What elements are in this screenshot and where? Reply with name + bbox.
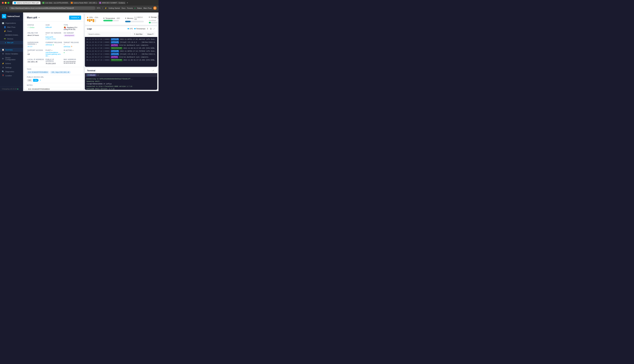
log-line: 08.11.22 01:17:12 (+0000) influxdb 2022-… bbox=[86, 50, 156, 53]
timestamps-toggle[interactable]: Timestamps bbox=[134, 28, 146, 30]
browser-window-controls[interactable] bbox=[2, 2, 9, 4]
notes-textarea[interactable]: EUI: DCA632FFFE5548B34 bbox=[27, 87, 81, 90]
terminal-line: InfluxDB shell version: 1.7.11 bbox=[86, 88, 156, 90]
sidebar-item-lorawan[interactable]: standalone-lorawa... bbox=[0, 33, 23, 37]
log-text: 2022-11-08T01:17:02.489762Z info Executi… bbox=[120, 38, 156, 40]
logo-icon: b bbox=[2, 14, 6, 18]
cpu-bar-4 bbox=[93, 19, 94, 22]
edit-support-icon[interactable]: ✏ bbox=[28, 51, 29, 53]
temperature-meter: Temperature ~60C bbox=[103, 17, 120, 21]
mac-address-value: DC:A6:32:55:48:34 92:29:F4:26:DF:38 bbox=[64, 61, 80, 64]
log-line: 08.11.22 01:17:12 (+0000) influxdb [http… bbox=[86, 53, 156, 56]
cpu-bar-3 bbox=[91, 19, 92, 21]
status-label[interactable]: Status bbox=[137, 7, 142, 9]
expand-log-button[interactable]: ⤢ bbox=[153, 28, 155, 30]
terminal-line: root@27005dcbd608:/# influx bbox=[86, 83, 156, 85]
cpu-meter: CPU ~76% bbox=[87, 16, 98, 22]
supervisor-label: SUPERVISOR VERSION ✏ bbox=[28, 42, 44, 45]
bookmark-icon[interactable]: ☆ bbox=[102, 7, 104, 9]
sidebar-item-device-configuration[interactable]: ⚙ Device Configuration bbox=[0, 56, 23, 62]
terminal-tab-label: influxdb bbox=[90, 74, 95, 76]
sidebar-item-settings[interactable]: ⚙ Settings bbox=[0, 66, 23, 70]
forums-label[interactable]: Forums bbox=[127, 7, 133, 9]
utc-toggle[interactable]: UTC bbox=[128, 28, 133, 30]
getting-started-label[interactable]: Getting Started bbox=[108, 7, 120, 9]
sidebar-item-label: Summary bbox=[5, 49, 13, 51]
tab-balena-dashboard[interactable]: balena dashboard | Marc-pi4 ✕ bbox=[12, 1, 40, 4]
supervisor-value[interactable]: 14.2.0 bbox=[28, 46, 44, 48]
uuid-value[interactable]: b9fbcd4 bbox=[46, 26, 62, 28]
toggle-off-button[interactable]: Off bbox=[27, 79, 32, 82]
edit-host-icon[interactable]: ✏ bbox=[46, 34, 47, 36]
edit-name-icon[interactable]: ✏ bbox=[38, 16, 40, 19]
tab-favicon bbox=[99, 2, 101, 4]
sidebar-item-diagnostics[interactable]: 🔍 Diagnostics bbox=[0, 70, 23, 74]
log-timestamp: 08.11.22 01:17:13 (+0000) bbox=[86, 56, 110, 58]
user-label[interactable]: Marc Pous bbox=[143, 7, 152, 9]
add-filter-button[interactable]: ▾ Add filter bbox=[132, 32, 144, 36]
download-log-button[interactable]: ⬇ bbox=[147, 28, 148, 30]
sidebar-item-fleets[interactable]: ⚡ Fleets bbox=[0, 29, 23, 33]
views-button[interactable]: Views ▾ bbox=[146, 32, 155, 36]
sidebar-item-marc-pous[interactable]: 👤 Marc Pous bbox=[0, 25, 23, 29]
terminal-content[interactable]: Connecting to b9fbcd42b8bde09e5b655aa77b… bbox=[85, 77, 157, 90]
avatar[interactable]: M bbox=[153, 6, 157, 10]
forward-button[interactable]: › bbox=[4, 7, 5, 9]
browser-actions: 80% ☆ bbox=[97, 7, 104, 9]
device-title-container: Marc-pi4 ✏ bbox=[27, 16, 40, 19]
edit-active-icon[interactable]: ✏ bbox=[72, 50, 74, 51]
edit-supervisor-icon[interactable]: ✏ bbox=[36, 44, 37, 45]
clear-log-button[interactable]: 🗑 bbox=[150, 28, 152, 30]
sidebar-item-devices[interactable]: 📟 Devices bbox=[0, 37, 23, 41]
actions-button[interactable]: Actions ▾ bbox=[69, 16, 81, 20]
cpu-bar-empty bbox=[94, 19, 96, 22]
host-os-value[interactable]: balenaOS 2.105.1+rev1 bbox=[46, 36, 62, 40]
local-ip-item: LOCAL IP ADDRESS 192.168.1.46 bbox=[27, 58, 45, 65]
device-panel: Marc-pi4 ✏ Actions ▾ STATUS ✓ Online bbox=[24, 14, 84, 90]
sidebar-bottom: Changelog v15.15.20 bbox=[0, 87, 23, 91]
sidebar-item-summary[interactable]: 📋 Summary bbox=[0, 48, 23, 52]
sidebar-item-marc-pi4[interactable]: ● Marc-pi4 bbox=[0, 41, 23, 44]
sidebar-item-location[interactable]: 📍 Location bbox=[0, 74, 23, 78]
sidebar-item-label: Organizations bbox=[5, 22, 16, 24]
edit-fleet-icon[interactable]: ✏ bbox=[51, 50, 53, 51]
sidebar-item-organizations[interactable]: 🏢 Organizations bbox=[0, 21, 23, 25]
uuid-item: UUID b9fbcd4 bbox=[45, 23, 63, 31]
minimize-window-button[interactable] bbox=[5, 2, 6, 4]
tab-node-red[interactable]: balena Node-RED : 192.168.1.46 × ✕ bbox=[69, 1, 97, 4]
tab-grafana[interactable]: ARM DEV SUMMIT - Grafana ✕ bbox=[98, 1, 126, 4]
close-window-button[interactable] bbox=[2, 2, 4, 4]
edit-target-icon[interactable]: ✏ bbox=[64, 44, 65, 45]
log-timestamp: 08.11.22 01:17:03 (+0000) bbox=[86, 41, 110, 44]
tab-close-button[interactable]: ✕ bbox=[40, 2, 40, 4]
external-link-icon[interactable]: ↗ bbox=[40, 79, 41, 82]
changelog[interactable]: Changelog v15.15.20 bbox=[2, 88, 21, 90]
toggle-on-button[interactable]: On bbox=[33, 79, 38, 82]
filter-icon: ▾ bbox=[134, 33, 135, 35]
log-service-badge: basicstation bbox=[111, 47, 122, 50]
terminal-tab-influxdb[interactable]: influxdb bbox=[86, 74, 96, 76]
address-input[interactable] bbox=[9, 6, 96, 10]
sidebar-item-actions[interactable]: ⚡ Actions bbox=[0, 62, 23, 66]
refresh-button[interactable]: ↻ bbox=[6, 7, 8, 9]
sidebar-item-label: Devices bbox=[7, 38, 13, 40]
memory-meter: Memory 1.1 GB/3.8 GB bbox=[125, 16, 144, 22]
maximize-window-button[interactable] bbox=[8, 2, 9, 4]
docs-label[interactable]: Docs bbox=[122, 7, 126, 9]
fleet-value[interactable]: marc6/standalone-lorawan-gateway-arm-dev… bbox=[46, 52, 62, 57]
fleet-label: FLEET ✏ bbox=[46, 50, 62, 51]
new-tab-button[interactable]: + bbox=[127, 2, 128, 4]
balena-topbar: ⚡ Getting Started Docs Forums ● Status M… bbox=[105, 6, 157, 10]
terminal-add-tab-button[interactable]: + bbox=[97, 74, 98, 76]
log-service-badge: grafana bbox=[111, 44, 118, 46]
utc-dot-icon bbox=[128, 28, 129, 29]
storage-value: 2.7 GB/28.3 GB bbox=[158, 15, 158, 19]
status-label: STATUS bbox=[28, 24, 44, 26]
tab-live-data[interactable]: Live data - eui-2cf7f1c043500... ✕ bbox=[41, 1, 69, 4]
sidebar-item-device-variables[interactable]: ⚙ Device Variables bbox=[0, 52, 23, 56]
log-search-input[interactable] bbox=[87, 32, 131, 36]
mac-address-item: MAC ADDRESS DC:A6:32:55:48:34 92:29:F4:2… bbox=[63, 58, 81, 65]
online-for-value: about 14 hours bbox=[28, 34, 44, 36]
back-button[interactable]: ‹ bbox=[2, 7, 3, 9]
expand-terminal-button[interactable]: ⤢ bbox=[151, 69, 155, 72]
